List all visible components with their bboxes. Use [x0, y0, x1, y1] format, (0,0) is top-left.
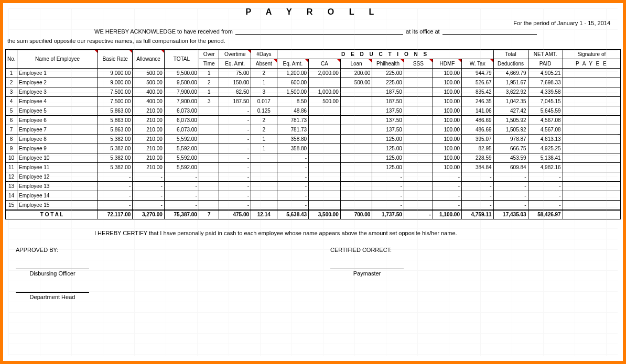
cell-oteq: - — [219, 172, 251, 182]
cell-name: Employee 8 — [17, 135, 98, 144]
table-row[interactable]: 13Employee 13---------- — [6, 182, 621, 191]
cell-ot — [199, 116, 219, 125]
cell-loan — [340, 144, 372, 153]
cell-sig — [563, 135, 620, 144]
table-row[interactable]: 9Employee 95,382.00210.005,592.00-1358.8… — [6, 144, 621, 153]
table-row[interactable]: 7Employee 75,863.00210.006,073.00-2781.7… — [6, 125, 621, 135]
cell-no: 8 — [6, 135, 17, 144]
cell-eqamt: 781.73 — [277, 125, 309, 135]
cell-name: Employee 13 — [17, 182, 98, 191]
cell-sss — [404, 125, 433, 135]
cell-no: 14 — [6, 191, 17, 201]
cell-oteq: - — [219, 153, 251, 163]
cell-days: 0.125 — [251, 106, 277, 116]
table-row[interactable]: 1Employee 19,000.00500.009,500.00175.002… — [6, 69, 621, 78]
cell-wtax: - — [461, 182, 493, 191]
cell-totded: 4,669.79 — [493, 69, 528, 78]
table-row[interactable]: 14Employee 14---------- — [6, 191, 621, 201]
cell-wtax: 246.35 — [461, 97, 493, 106]
cell-loan: 500.00 — [340, 78, 372, 87]
cell-name: Employee 15 — [17, 201, 98, 210]
cell-hdmf: 100.00 — [433, 97, 461, 106]
cell-total: 5,592.00 — [164, 163, 199, 172]
cell-sig — [563, 97, 620, 106]
cell-loan — [340, 97, 372, 106]
cell-phil: 125.00 — [372, 144, 404, 153]
comment-indicator-icon — [305, 59, 308, 62]
cell-totded: 666.75 — [493, 144, 528, 153]
col-overtime: Over — [199, 50, 219, 59]
table-row[interactable]: 12Employee 12---------- — [6, 172, 621, 182]
cell-basic: - — [98, 172, 133, 182]
cell-hdmf: 100.00 — [433, 87, 461, 97]
cell-no: 15 — [6, 201, 17, 210]
col-eqamt: Eq. Amt. — [277, 59, 309, 69]
col-eqamt-ot: Eq. Amt. — [219, 59, 251, 69]
cell-total: 7,900.00 — [164, 97, 199, 106]
table-row[interactable]: 15Employee 15---------- — [6, 201, 621, 210]
cell-totded: 3,622.92 — [493, 87, 528, 97]
office-blank — [442, 28, 537, 35]
cell-wtax: 526.67 — [461, 78, 493, 87]
cell-eqamt: 358.80 — [277, 144, 309, 153]
cell-ca — [309, 201, 341, 210]
table-row[interactable]: 5Employee 55,863.00210.006,073.00-0.1254… — [6, 106, 621, 116]
cell-sig — [563, 144, 620, 153]
cell-ot: 1 — [199, 69, 219, 78]
cell-wtax: 944.79 — [461, 69, 493, 78]
cell-oteq: - — [219, 182, 251, 191]
cell-phil: 125.00 — [372, 135, 404, 144]
total-totded: 17,435.03 — [493, 210, 528, 219]
cell-sss — [404, 78, 433, 87]
cell-allow: 210.00 — [133, 116, 165, 125]
table-row[interactable]: 6Employee 65,863.00210.006,073.00-2781.7… — [6, 116, 621, 125]
cell-loan — [340, 125, 372, 135]
cell-loan — [340, 106, 372, 116]
cell-sss — [404, 87, 433, 97]
col-ot-eq: Overtime — [219, 50, 251, 59]
cell-name: Employee 11 — [17, 163, 98, 172]
cell-days: 0.017 — [251, 97, 277, 106]
cell-ot — [199, 201, 219, 210]
cell-no: 4 — [6, 97, 17, 106]
cell-net: 4,982.16 — [528, 163, 563, 172]
table-row[interactable]: 11Employee 115,382.00210.005,592.00--125… — [6, 163, 621, 172]
cell-totded: - — [493, 182, 528, 191]
cell-totded: 1,505.92 — [493, 125, 528, 135]
cell-sig — [563, 125, 620, 135]
totals-row: T O T A L72,117.003,270.0075,387.007475.… — [6, 210, 621, 219]
cell-no: 6 — [6, 116, 17, 125]
cell-total: 6,073.00 — [164, 116, 199, 125]
cell-sss — [404, 172, 433, 182]
cell-oteq: - — [219, 191, 251, 201]
cell-net: 4,567.08 — [528, 125, 563, 135]
cell-ot — [199, 106, 219, 116]
cell-ca — [309, 78, 341, 87]
certify-line: I HEREBY CERTIFY that I have personally … — [94, 230, 621, 236]
cell-loan — [340, 172, 372, 182]
table-row[interactable]: 3Employee 37,500.00400.007,900.00162.503… — [6, 87, 621, 97]
cell-no: 2 — [6, 78, 17, 87]
cell-sig — [563, 182, 620, 191]
cell-basic: 5,382.00 — [98, 153, 133, 163]
ack-mid: at its office at — [406, 28, 440, 35]
cell-allow: 210.00 — [133, 135, 165, 144]
cell-loan — [340, 87, 372, 97]
cell-days — [251, 191, 277, 201]
cell-loan — [340, 116, 372, 125]
cell-basic: 5,382.00 — [98, 144, 133, 153]
cell-allow: - — [133, 172, 165, 182]
cell-ca — [309, 135, 341, 144]
cell-hdmf: - — [433, 182, 461, 191]
cell-ca — [309, 153, 341, 163]
total-sss: - — [404, 210, 433, 219]
cell-wtax: 395.07 — [461, 135, 493, 144]
table-row[interactable]: 4Employee 47,500.00400.007,900.003187.50… — [6, 97, 621, 106]
cell-totded: 1,505.92 — [493, 116, 528, 125]
table-row[interactable]: 10Employee 105,382.00210.005,592.00--125… — [6, 153, 621, 163]
cell-basic: 9,000.00 — [98, 69, 133, 78]
table-row[interactable]: 8Employee 85,382.00210.005,592.00-1358.8… — [6, 135, 621, 144]
cell-net: - — [528, 191, 563, 201]
cell-phil: - — [372, 182, 404, 191]
table-row[interactable]: 2Employee 29,000.00500.009,500.002150.00… — [6, 78, 621, 87]
